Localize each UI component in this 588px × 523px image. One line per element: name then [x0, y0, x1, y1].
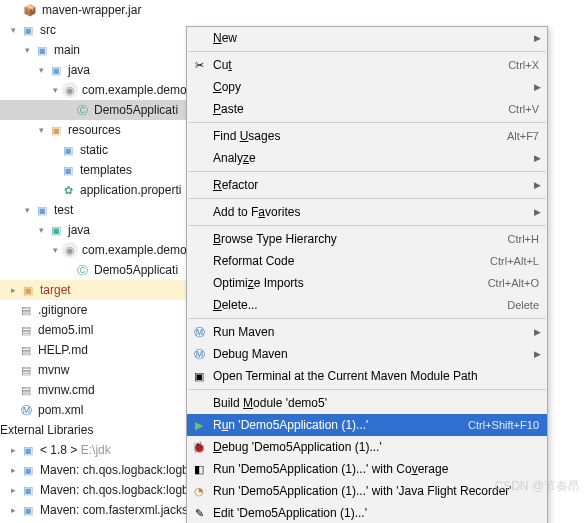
file-icon: ▤ [18, 362, 34, 378]
menu-separator [188, 318, 546, 319]
menu-separator [188, 225, 546, 226]
folder-icon: ▣ [34, 42, 50, 58]
package-icon: ◉ [62, 242, 78, 258]
class-icon: Ⓒ [74, 102, 90, 118]
chevron-right-icon: ▸ [8, 465, 18, 475]
menu-reformat[interactable]: Reformat CodeCtrl+Alt+L [187, 250, 547, 272]
menu-cut[interactable]: ✂CutCtrl+X [187, 54, 547, 76]
menu-separator [188, 51, 546, 52]
chevron-down-icon: ▾ [22, 45, 32, 55]
menu-delete[interactable]: Delete...Delete [187, 294, 547, 316]
menu-optimize-imports[interactable]: Optimize ImportsCtrl+Alt+O [187, 272, 547, 294]
chevron-right-icon: ▸ [8, 285, 18, 295]
file-icon: ▤ [18, 322, 34, 338]
chevron-down-icon: ▾ [22, 205, 32, 215]
menu-separator [188, 122, 546, 123]
class-icon: Ⓒ [74, 262, 90, 278]
coverage-icon: ◧ [191, 461, 207, 477]
menu-run-maven[interactable]: ⓂRun Maven▶ [187, 321, 547, 343]
submenu-arrow-icon: ▶ [534, 349, 541, 359]
chevron-right-icon: ▸ [8, 505, 18, 515]
folder-icon: ▣ [20, 282, 36, 298]
submenu-arrow-icon: ▶ [534, 82, 541, 92]
menu-refactor[interactable]: Refactor▶ [187, 174, 547, 196]
file-icon: ▤ [18, 302, 34, 318]
submenu-arrow-icon: ▶ [534, 33, 541, 43]
terminal-icon: ▣ [191, 368, 207, 384]
menu-run-app[interactable]: ▶Run 'Demo5Application (1)...'Ctrl+Shift… [187, 414, 547, 436]
menu-add-favorites[interactable]: Add to Favorites▶ [187, 201, 547, 223]
chevron-right-icon: ▸ [8, 445, 18, 455]
menu-open-terminal[interactable]: ▣Open Terminal at the Current Maven Modu… [187, 365, 547, 387]
maven-icon: Ⓜ [191, 346, 207, 362]
library-icon: ▣ [20, 442, 36, 458]
menu-new[interactable]: New▶ [187, 27, 547, 49]
menu-run-coverage[interactable]: ◧Run 'Demo5Application (1)...' with Cove… [187, 458, 547, 480]
folder-icon: ▣ [34, 202, 50, 218]
file-icon: ▤ [18, 342, 34, 358]
submenu-arrow-icon: ▶ [534, 327, 541, 337]
profiler-icon: ◔ [191, 483, 207, 499]
cut-icon: ✂ [191, 57, 207, 73]
leaf-icon: ✿ [60, 182, 76, 198]
folder-icon: ▣ [60, 162, 76, 178]
menu-build-module[interactable]: Build Module 'demo5' [187, 392, 547, 414]
maven-icon: Ⓜ [191, 324, 207, 340]
menu-separator [188, 171, 546, 172]
file-icon: ▤ [18, 382, 34, 398]
chevron-down-icon: ▾ [36, 65, 46, 75]
chevron-right-icon: ▸ [8, 485, 18, 495]
menu-find-usages[interactable]: Find UsagesAlt+F7 [187, 125, 547, 147]
menu-debug-app[interactable]: 🐞Debug 'Demo5Application (1)...' [187, 436, 547, 458]
folder-icon: ▣ [20, 22, 36, 38]
jar-icon: 📦 [22, 2, 38, 18]
library-icon: ▣ [20, 462, 36, 478]
chevron-down-icon: ▾ [8, 25, 18, 35]
edit-icon: ✎ [191, 505, 207, 521]
library-icon: ▣ [20, 482, 36, 498]
tree-file[interactable]: 📦maven-wrapper.jar [0, 0, 330, 20]
menu-edit-config[interactable]: ✎Edit 'Demo5Application (1)...' [187, 502, 547, 523]
run-icon: ▶ [191, 417, 207, 433]
menu-separator [188, 198, 546, 199]
chevron-down-icon: ▾ [36, 225, 46, 235]
submenu-arrow-icon: ▶ [534, 153, 541, 163]
menu-copy[interactable]: Copy▶ [187, 76, 547, 98]
menu-analyze[interactable]: Analyze▶ [187, 147, 547, 169]
chevron-down-icon: ▾ [50, 245, 60, 255]
menu-paste[interactable]: PasteCtrl+V [187, 98, 547, 120]
menu-debug-maven[interactable]: ⓂDebug Maven▶ [187, 343, 547, 365]
folder-icon: ▣ [48, 122, 64, 138]
debug-icon: 🐞 [191, 439, 207, 455]
submenu-arrow-icon: ▶ [534, 180, 541, 190]
folder-icon: ▣ [48, 62, 64, 78]
maven-icon: Ⓜ [18, 402, 34, 418]
chevron-down-icon: ▾ [36, 125, 46, 135]
library-icon: ▣ [20, 502, 36, 518]
chevron-down-icon: ▾ [50, 85, 60, 95]
folder-icon: ▣ [60, 142, 76, 158]
context-menu: New▶ ✂CutCtrl+X Copy▶ PasteCtrl+V Find U… [186, 26, 548, 523]
watermark: CSDN @节奏昂 [494, 478, 580, 495]
submenu-arrow-icon: ▶ [534, 207, 541, 217]
menu-run-jfr[interactable]: ◔Run 'Demo5Application (1)...' with 'Jav… [187, 480, 547, 502]
menu-browse-hierarchy[interactable]: Browse Type HierarchyCtrl+H [187, 228, 547, 250]
package-icon: ◉ [62, 82, 78, 98]
menu-separator [188, 389, 546, 390]
folder-icon: ▣ [48, 222, 64, 238]
